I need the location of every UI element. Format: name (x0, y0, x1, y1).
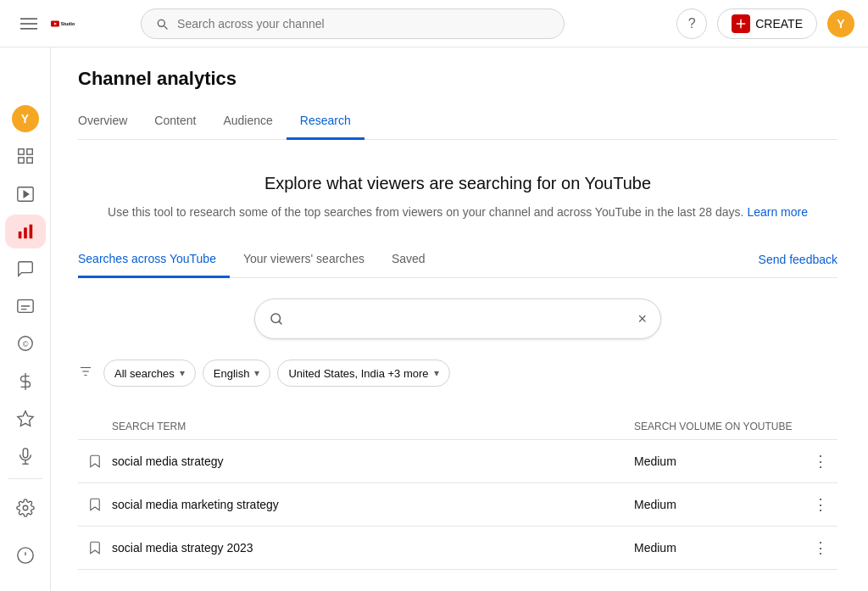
svg-rect-18 (23, 449, 28, 458)
sub-tab-youtube[interactable]: Searches across YouTube (78, 242, 230, 278)
hero-description: Use this tool to research some of the to… (95, 204, 821, 221)
header-search-area (141, 8, 565, 39)
svg-rect-8 (18, 158, 23, 163)
svg-rect-13 (29, 224, 32, 238)
row-more-3[interactable]: ⋮ (804, 538, 837, 557)
sidebar-icon-subtitles[interactable] (5, 289, 46, 323)
svg-rect-6 (18, 149, 23, 154)
svg-rect-12 (24, 227, 27, 238)
row-term-3: social media strategy 2023 (112, 541, 634, 555)
sidebar-icon-dashboard[interactable] (5, 139, 46, 173)
menu-icon[interactable] (14, 8, 44, 39)
svg-text:©: © (22, 340, 28, 348)
research-search-box[interactable]: social media strategy × (254, 298, 661, 339)
all-searches-label: All searches (114, 367, 175, 380)
sidebar-icon-comments[interactable] (5, 252, 46, 286)
row-more-2[interactable]: ⋮ (804, 495, 837, 514)
hero-title: Explore what viewers are searching for o… (95, 174, 821, 193)
help-button[interactable]: ? (676, 8, 707, 39)
all-searches-chevron: ▾ (180, 367, 185, 379)
sidebar-icon-audio[interactable] (5, 439, 46, 473)
sidebar: Y © (0, 47, 51, 591)
sidebar-icon-content[interactable] (5, 176, 46, 210)
row-volume-3: Medium (634, 541, 804, 555)
user-avatar[interactable]: Y (827, 10, 854, 37)
sidebar-icon-monetization[interactable] (5, 364, 46, 398)
tabs: Overview Content Audience Research (78, 103, 837, 140)
logo[interactable]: Studio (51, 14, 78, 33)
research-search-icon (269, 311, 284, 326)
row-term-2: social media marketing strategy (112, 498, 634, 511)
sub-tab-viewers[interactable]: Your viewers' searches (230, 242, 378, 278)
location-label: United States, India +3 more (288, 367, 428, 380)
row-volume-2: Medium (634, 498, 804, 511)
bookmark-icon-1[interactable] (78, 454, 112, 469)
col-volume-header: Search volume on YouTube (634, 421, 804, 432)
location-chevron: ▾ (434, 367, 439, 379)
hero-desc-text: Use this tool to research some of the to… (108, 205, 743, 219)
svg-rect-1 (20, 23, 37, 25)
svg-point-21 (23, 505, 28, 510)
create-label: CREATE (755, 17, 803, 31)
all-searches-filter[interactable]: All searches ▾ (103, 360, 196, 387)
tab-overview[interactable]: Overview (78, 103, 141, 140)
table-row[interactable]: social media marketing strategy Medium ⋮ (78, 483, 837, 527)
sub-tab-saved[interactable]: Saved (378, 242, 439, 278)
bookmark-icon-3[interactable] (78, 540, 112, 555)
language-chevron: ▾ (254, 367, 259, 379)
language-filter[interactable]: English ▾ (203, 360, 271, 387)
svg-rect-11 (18, 231, 21, 238)
create-icon (732, 14, 750, 33)
sidebar-icon-analytics[interactable] (5, 215, 46, 248)
row-volume-1: Medium (634, 454, 804, 468)
header-search-input[interactable] (177, 17, 550, 31)
header-actions: ? CREATE Y (676, 8, 854, 39)
col-actions-header (804, 421, 837, 432)
sidebar-icon-avatar[interactable]: Y (5, 102, 46, 136)
send-feedback-link[interactable]: Send feedback (759, 243, 837, 276)
page: Channel analytics Overview Content Audie… (51, 47, 865, 590)
bookmark-icon-2[interactable] (78, 497, 112, 512)
results-table: Search term Search volume on YouTube soc… (78, 414, 837, 570)
svg-rect-9 (26, 158, 31, 163)
table-row[interactable]: social media strategy Medium ⋮ (78, 440, 837, 483)
svg-rect-0 (20, 18, 37, 20)
create-button[interactable]: CREATE (717, 8, 817, 39)
search-box[interactable] (141, 8, 565, 39)
research-hero: Explore what viewers are searching for o… (78, 140, 837, 242)
search-area: social media strategy × (78, 298, 837, 339)
sidebar-icon-customization[interactable] (5, 402, 46, 436)
research-search-input[interactable]: social media strategy (294, 312, 627, 326)
filters: All searches ▾ English ▾ United States, … (78, 360, 837, 400)
table-row[interactable]: social media strategy 2023 Medium ⋮ (78, 527, 837, 570)
sidebar-divider (8, 478, 42, 479)
row-more-1[interactable]: ⋮ (804, 452, 837, 471)
learn-more-link[interactable]: Learn more (747, 205, 808, 219)
tab-research[interactable]: Research (287, 103, 364, 140)
tab-audience[interactable]: Audience (209, 103, 286, 140)
svg-rect-2 (20, 28, 37, 30)
sidebar-icon-settings[interactable] (5, 488, 46, 528)
table-header: Search term Search volume on YouTube (78, 414, 837, 440)
svg-text:Studio: Studio (61, 20, 75, 25)
search-icon (155, 17, 169, 31)
row-term-1: social media strategy (112, 454, 634, 468)
main-content: Channel analytics Overview Content Audie… (51, 47, 868, 591)
clear-search-button[interactable]: × (637, 311, 647, 326)
header: Studio ? CREATE Y (0, 0, 868, 47)
sidebar-avatar: Y (12, 105, 39, 132)
svg-rect-7 (26, 149, 31, 154)
tab-content[interactable]: Content (141, 103, 209, 140)
sub-tabs: Searches across YouTube Your viewers' se… (78, 242, 837, 278)
location-filter[interactable]: United States, India +3 more ▾ (277, 360, 449, 387)
col-term-header: Search term (78, 421, 634, 432)
sidebar-icon-copyright[interactable]: © (5, 326, 46, 360)
language-label: English (214, 367, 250, 380)
sidebar-icon-feedback[interactable] (5, 535, 46, 576)
filter-icon (78, 364, 93, 382)
app-layout: Y © (0, 0, 868, 591)
page-title: Channel analytics (78, 68, 837, 90)
